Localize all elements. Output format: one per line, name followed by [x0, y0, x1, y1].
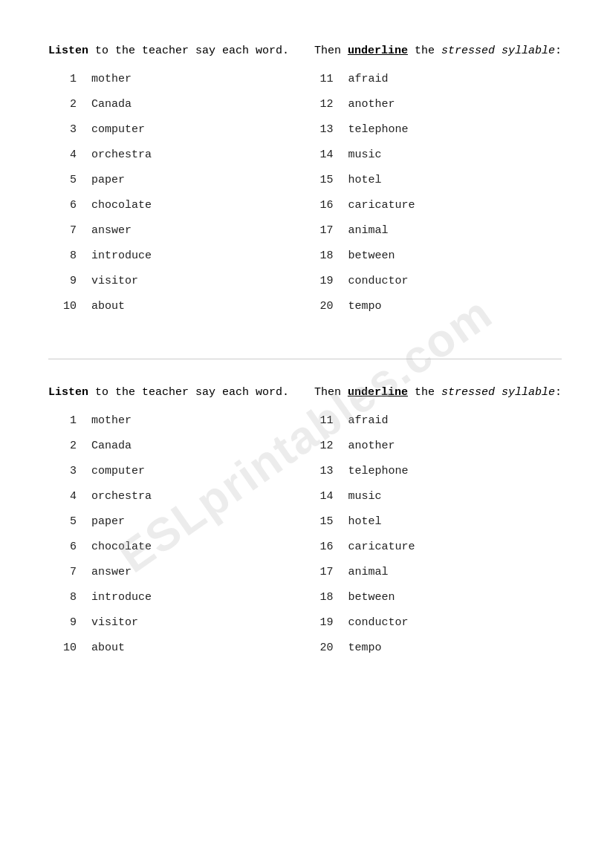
item-word: between: [348, 589, 395, 607]
item-word: music: [348, 488, 382, 506]
item-number: 7: [48, 222, 77, 240]
item-word: computer: [91, 121, 145, 139]
item-number: 11: [305, 412, 334, 430]
listen-bold-2: Listen: [48, 386, 88, 399]
item-word: paper: [91, 172, 125, 189]
list-item: 12another: [305, 437, 562, 455]
list-item: 7answer: [48, 222, 305, 240]
list-item: 13telephone: [305, 463, 562, 480]
item-word: answer: [91, 222, 132, 240]
underline-bold-1: underline: [348, 45, 408, 57]
item-word: visitor: [91, 614, 138, 632]
item-number: 14: [305, 488, 334, 506]
divider: [48, 359, 562, 359]
list-item: 15hotel: [305, 172, 562, 189]
item-word: Canada: [91, 437, 132, 455]
item-number: 5: [48, 513, 77, 531]
list-item: 3computer: [48, 463, 305, 480]
item-word: introduce: [91, 589, 152, 607]
item-number: 4: [48, 488, 77, 506]
item-number: 19: [305, 273, 334, 290]
item-number: 19: [305, 614, 334, 632]
item-word: visitor: [91, 273, 138, 290]
item-word: hotel: [348, 513, 382, 531]
item-word: another: [348, 437, 395, 455]
item-number: 16: [305, 538, 334, 556]
colon-1: :: [555, 45, 562, 57]
item-word: mother: [91, 412, 132, 430]
section-2: Listen to the teacher say each word. The…: [48, 386, 562, 665]
list-item: 5paper: [48, 513, 305, 531]
list-item: 20tempo: [305, 298, 562, 316]
item-number: 4: [48, 146, 77, 164]
word-list-2: 1mother2Canada3computer4orchestra5paper6…: [48, 412, 562, 665]
item-number: 9: [48, 273, 77, 290]
stressed-syllable-2: stressed syllable: [441, 386, 555, 399]
list-item: 6chocolate: [48, 197, 305, 215]
item-word: answer: [91, 564, 132, 581]
item-word: paper: [91, 513, 125, 531]
item-number: 2: [48, 437, 77, 455]
list-item: 17animal: [305, 564, 562, 581]
list-item: 4orchestra: [48, 488, 305, 506]
item-number: 3: [48, 121, 77, 139]
item-word: another: [348, 96, 395, 114]
item-number: 10: [48, 298, 77, 316]
list-item: 8introduce: [48, 589, 305, 607]
item-word: conductor: [348, 614, 409, 632]
item-number: 2: [48, 96, 77, 114]
item-number: 1: [48, 71, 77, 88]
item-word: tempo: [348, 639, 382, 657]
item-number: 18: [305, 247, 334, 265]
item-word: caricature: [348, 538, 415, 556]
list-item: 15hotel: [305, 513, 562, 531]
item-word: hotel: [348, 172, 382, 189]
item-word: telephone: [348, 121, 409, 139]
list-item: 19conductor: [305, 614, 562, 632]
item-word: orchestra: [91, 146, 152, 164]
item-number: 13: [305, 121, 334, 139]
item-number: 8: [48, 247, 77, 265]
the-text-2: the: [408, 386, 441, 399]
item-number: 15: [305, 513, 334, 531]
left-column-2: 1mother2Canada3computer4orchestra5paper6…: [48, 412, 305, 665]
item-word: chocolate: [91, 197, 152, 215]
list-item: 17animal: [305, 222, 562, 240]
left-instruction-1: Listen to the teacher say each word.: [48, 45, 289, 57]
item-word: telephone: [348, 463, 409, 480]
item-number: 17: [305, 222, 334, 240]
item-number: 10: [48, 639, 77, 657]
list-item: 6chocolate: [48, 538, 305, 556]
list-item: 10about: [48, 639, 305, 657]
the-text-1: the: [408, 45, 441, 57]
instructions-2: Listen to the teacher say each word. The…: [48, 386, 562, 399]
left-instruction-text-2: to the teacher say each word.: [88, 386, 289, 399]
list-item: 12another: [305, 96, 562, 114]
list-item: 9visitor: [48, 614, 305, 632]
then-text-2: Then: [314, 386, 348, 399]
item-number: 8: [48, 589, 77, 607]
item-number: 5: [48, 172, 77, 189]
item-word: introduce: [91, 247, 152, 265]
list-item: 16caricature: [305, 538, 562, 556]
item-word: about: [91, 298, 125, 316]
item-word: Canada: [91, 96, 132, 114]
item-number: 14: [305, 146, 334, 164]
list-item: 5paper: [48, 172, 305, 189]
right-instruction-2: Then underline the stressed syllable:: [314, 386, 562, 399]
then-text-1: Then: [314, 45, 348, 57]
list-item: 16caricature: [305, 197, 562, 215]
underline-bold-2: underline: [348, 386, 408, 399]
word-list-1: 1mother2Canada3computer4orchestra5paper6…: [48, 71, 562, 323]
list-item: 8introduce: [48, 247, 305, 265]
list-item: 1mother: [48, 412, 305, 430]
stressed-syllable-1: stressed syllable: [441, 45, 555, 57]
item-word: animal: [348, 564, 389, 581]
list-item: 18between: [305, 247, 562, 265]
item-number: 13: [305, 463, 334, 480]
item-word: computer: [91, 463, 145, 480]
list-item: 3computer: [48, 121, 305, 139]
right-instruction-1: Then underline the stressed syllable:: [314, 45, 562, 57]
list-item: 11afraid: [305, 412, 562, 430]
item-number: 15: [305, 172, 334, 189]
